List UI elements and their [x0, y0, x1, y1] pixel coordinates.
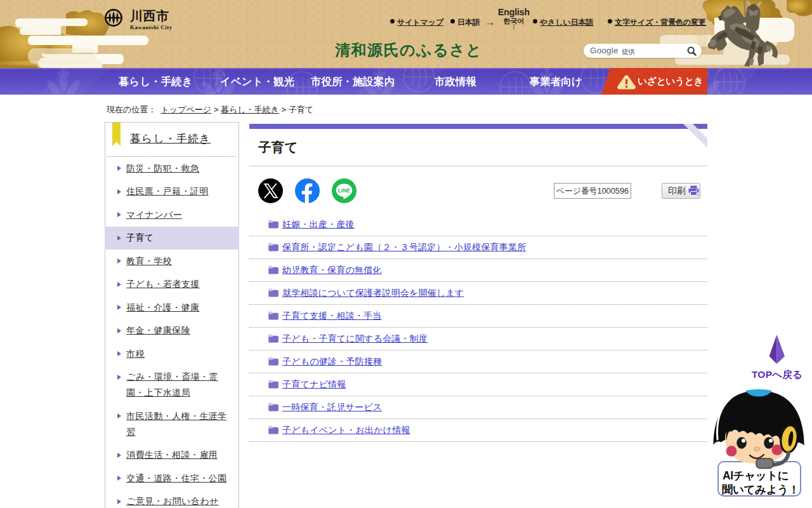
svg-text:聞いてみよう！: 聞いてみよう！	[722, 483, 799, 496]
svg-text:LINE: LINE	[338, 188, 351, 194]
svg-text:AIチャットに: AIチャットに	[723, 469, 789, 482]
